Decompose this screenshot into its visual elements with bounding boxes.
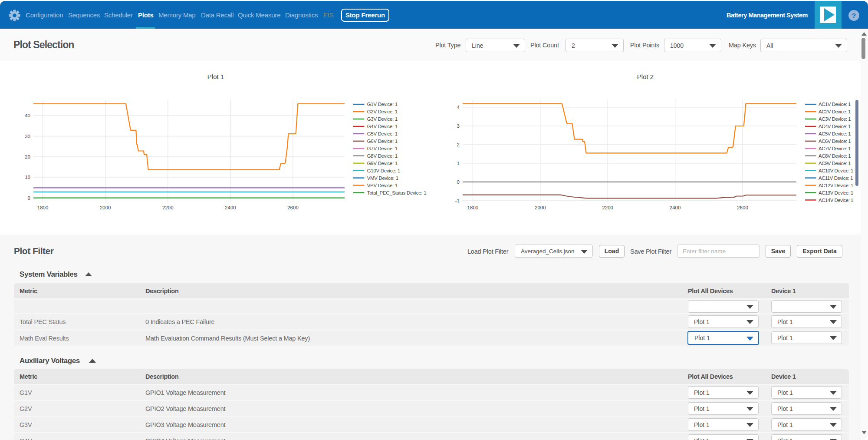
svg-text:2: 2 bbox=[457, 142, 460, 147]
svg-text:AC2V Device: 1: AC2V Device: 1 bbox=[819, 109, 851, 114]
svg-text:G10V Device: 1: G10V Device: 1 bbox=[367, 168, 400, 173]
svg-text:3: 3 bbox=[457, 123, 460, 129]
svg-text:AC10V Device: 1: AC10V Device: 1 bbox=[819, 168, 853, 173]
svg-text:G5V Device: 1: G5V Device: 1 bbox=[367, 131, 398, 136]
svg-text:Plot 2: Plot 2 bbox=[637, 73, 654, 80]
svg-text:G4V Device: 1: G4V Device: 1 bbox=[367, 124, 398, 129]
svg-text:AC5V Device: 1: AC5V Device: 1 bbox=[819, 131, 851, 136]
svg-text:AC6V Device: 1: AC6V Device: 1 bbox=[819, 139, 851, 144]
svg-text:2200: 2200 bbox=[162, 205, 174, 210]
svg-text:1800: 1800 bbox=[37, 205, 49, 210]
svg-text:G3V Device: 1: G3V Device: 1 bbox=[367, 116, 398, 122]
svg-text:G9V Device: 1: G9V Device: 1 bbox=[367, 161, 398, 166]
svg-text:G6V Device: 1: G6V Device: 1 bbox=[367, 139, 398, 144]
svg-text:AC3V Device: 1: AC3V Device: 1 bbox=[819, 116, 851, 122]
svg-text:G8V Device: 1: G8V Device: 1 bbox=[367, 153, 398, 159]
svg-text:AC1V Device: 1: AC1V Device: 1 bbox=[819, 102, 851, 107]
svg-text:VMV Device: 1: VMV Device: 1 bbox=[367, 175, 398, 181]
svg-text:2000: 2000 bbox=[100, 205, 111, 210]
svg-text:2600: 2600 bbox=[737, 205, 748, 210]
svg-text:AC7V Device: 1: AC7V Device: 1 bbox=[819, 146, 851, 151]
svg-text:Total_PEC_Status Device: 1: Total_PEC_Status Device: 1 bbox=[367, 190, 427, 195]
svg-text:AC12V Device: 1: AC12V Device: 1 bbox=[819, 183, 853, 188]
svg-text:G1V Device: 1: G1V Device: 1 bbox=[367, 102, 398, 107]
svg-text:AC9V Device: 1: AC9V Device: 1 bbox=[819, 161, 851, 166]
svg-text:VPV Device: 1: VPV Device: 1 bbox=[367, 183, 398, 188]
svg-text:10: 10 bbox=[25, 175, 30, 180]
svg-text:AC4V Device: 1: AC4V Device: 1 bbox=[819, 124, 851, 129]
svg-text:1800: 1800 bbox=[467, 205, 479, 210]
svg-text:2200: 2200 bbox=[602, 205, 613, 210]
svg-text:AC13V Device: 1: AC13V Device: 1 bbox=[819, 190, 853, 195]
svg-text:AC14V Device: 1: AC14V Device: 1 bbox=[819, 198, 853, 203]
svg-text:Plot 1: Plot 1 bbox=[207, 73, 224, 80]
svg-text:30: 30 bbox=[25, 134, 30, 139]
svg-text:2600: 2600 bbox=[287, 205, 299, 210]
svg-text:2000: 2000 bbox=[535, 205, 546, 210]
svg-text:AC11V Device: 1: AC11V Device: 1 bbox=[819, 175, 853, 181]
svg-text:2400: 2400 bbox=[670, 205, 681, 210]
svg-text:2400: 2400 bbox=[225, 205, 236, 210]
svg-text:-1: -1 bbox=[455, 198, 460, 203]
svg-text:20: 20 bbox=[25, 154, 30, 159]
svg-text:AC8V Device: 1: AC8V Device: 1 bbox=[819, 153, 851, 159]
svg-text:0: 0 bbox=[457, 179, 460, 185]
svg-text:0: 0 bbox=[28, 195, 30, 201]
svg-text:G7V Device: 1: G7V Device: 1 bbox=[367, 146, 398, 151]
svg-text:G2V Device: 1: G2V Device: 1 bbox=[367, 109, 398, 114]
svg-text:40: 40 bbox=[25, 113, 30, 118]
svg-text:1: 1 bbox=[457, 161, 460, 166]
svg-text:4: 4 bbox=[457, 105, 460, 110]
